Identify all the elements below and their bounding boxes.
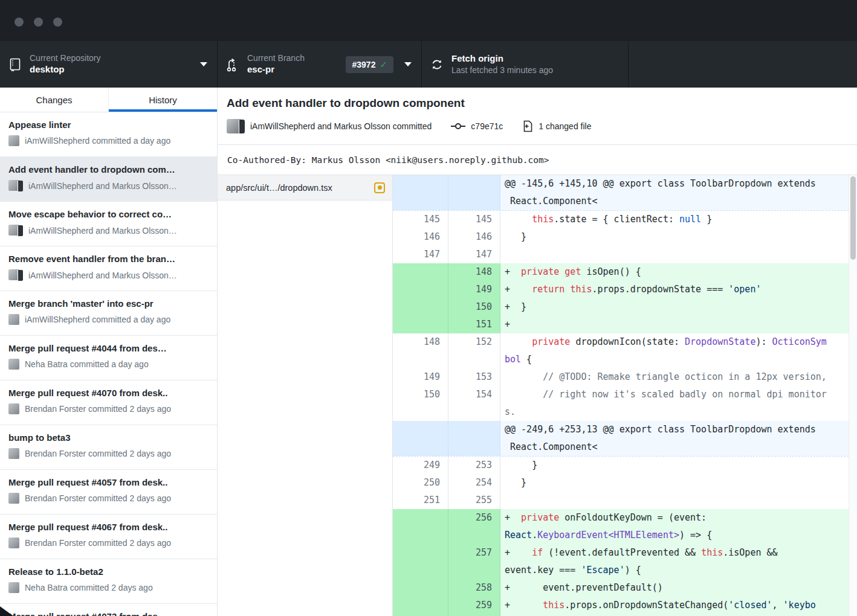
old-line-number [393,597,448,616]
minimize-window-button[interactable] [34,18,43,27]
new-line-number: 258 [448,579,500,597]
current-repository-button[interactable]: Current Repository desktop [0,41,218,88]
diff-line-code: // right now it's scaled badly on normal… [500,386,849,421]
old-line-number: 150 [393,386,448,421]
new-line-number: 257 [448,544,500,579]
old-line-number [393,509,448,544]
commit-list-item[interactable]: Remove event handler from the bran…iAmWi… [0,246,217,291]
commit-item-title: Merge pull request #4073 from des… [8,611,209,616]
diff-line-code: // @TODO: Remake triangle octicon in a 1… [500,368,849,386]
commit-author-avatar [8,582,19,593]
diff-added-line: 151+ [393,316,849,333]
sidebar-tabs: ChangesHistory [0,88,217,112]
new-line-number [448,175,500,210]
git-commit-icon [451,121,465,131]
diff-context-line: 145145 this.state = { clientRect: null } [393,211,849,228]
commit-list-item[interactable]: Merge pull request #4073 from des… [0,604,217,616]
zoom-window-button[interactable] [53,18,62,27]
old-line-number: 147 [393,246,448,263]
diff-line-code: + } [500,298,849,316]
pull-request-status-badge[interactable]: #3972 ✓ [346,56,393,73]
current-branch-label: Current Branch [247,53,305,64]
new-line-number: 150 [448,298,500,316]
new-line-number: 254 [448,474,500,492]
old-line-number: 249 [393,457,448,474]
commit-item-title: Merge branch 'master' into esc-pr [8,298,209,309]
diff-scrollbar-thumb[interactable] [850,176,856,260]
diff-line-code: } [500,228,849,246]
new-line-number: 152 [448,333,500,368]
commit-list-item[interactable]: Merge pull request #4070 from desk..Bren… [0,380,217,425]
commit-authors-text: iAmWillShepherd and Markus Olsson commit… [250,121,432,131]
tab-changes[interactable]: Changes [0,88,109,112]
close-window-button[interactable] [15,18,24,27]
commit-list-item[interactable]: Merge branch 'master' into esc-priAmWill… [0,291,217,336]
commit-list-item[interactable]: Appease linteriAmWillShepherd committed … [0,112,217,157]
new-line-number: 154 [448,386,500,421]
new-line-number: 151 [448,316,500,333]
commit-message-body: Co-Authored-By: Markus Olsson <niik@user… [218,145,857,175]
diff-context-line: 147147 [393,246,849,263]
commit-title: Add event handler to dropdown component [227,97,847,110]
commit-list-item[interactable]: Merge pull request #4044 from des…Neha B… [0,336,217,380]
diff-scrollbar-track[interactable] [849,175,857,616]
new-line-number: 149 [448,281,500,298]
new-line-number: 259 [448,597,500,616]
commit-author-avatar [8,537,19,548]
commit-list-item[interactable]: Release to 1.1.0-beta2Neha Batra committ… [0,559,217,604]
new-line-number: 256 [448,509,500,544]
commit-list-item[interactable]: Merge pull request #4057 from desk..Bren… [0,470,217,515]
current-repository-label: Current Repository [30,53,101,64]
diff-added-line: 257+ if (!event.defaultPrevented && this… [393,544,849,579]
current-branch-button[interactable]: Current Branch esc-pr #3972 ✓ [218,41,422,88]
commit-item-title: bump to beta3 [8,432,209,443]
old-line-number [393,263,448,281]
tab-label: Changes [36,95,72,105]
diff-hunk-header: @@ -249,6 +253,13 @@ export class Toolba… [393,421,849,457]
old-line-number [393,316,448,333]
commit-author-avatar [8,403,19,414]
diff-added-line: 150+ } [393,298,849,316]
commit-author-avatar [8,493,19,504]
diff-line-code: + private onFoldoutKeyDown = (event: Rea… [500,509,849,544]
commit-item-title: Merge pull request #4070 from desk.. [8,388,209,398]
commit-item-meta: Brendan Forster committed 2 days ago [25,449,171,458]
changed-files-count: 1 changed file [538,121,591,131]
commit-history-list: Appease linteriAmWillShepherd committed … [0,112,217,616]
ci-check-icon: ✓ [380,59,387,70]
window-corner-artifact [0,606,13,616]
commit-item-meta: iAmWillShepherd committed a day ago [25,136,170,146]
fetch-origin-button[interactable]: Fetch origin Last fetched 3 minutes ago [422,41,629,88]
diff-added-line: 148+ private get isOpen() { [393,263,849,281]
diff-context-line: 250254 } [393,474,849,492]
commit-author-avatar [8,359,19,370]
diff-line-code: @@ -249,6 +253,13 @@ export class Toolba… [500,421,849,456]
tab-history[interactable]: History [109,88,217,112]
commit-item-title: Release to 1.1.0-beta2 [8,566,209,577]
old-line-number: 148 [393,333,448,368]
diff-context-line: 149153 // @TODO: Remake triangle octicon… [393,368,849,386]
commit-list-item[interactable]: Move escape behavior to correct co…iAmWi… [0,202,217,246]
new-line-number: 153 [448,368,500,386]
commit-item-title: Remove event handler from the bran… [8,254,209,264]
diff-line-code: private dropdownIcon(state: DropdownStat… [500,333,849,368]
commit-item-meta: Brendan Forster committed 2 days ago [25,538,171,548]
diff-line-code: } [500,474,849,492]
commit-item-title: Merge pull request #4067 from desk.. [8,522,209,532]
commit-list-item[interactable]: bump to beta3Brendan Forster committed 2… [0,425,217,470]
commit-item-title: Merge pull request #4057 from desk.. [8,477,209,487]
file-list-item[interactable]: app/src/ui/t…/dropdown.tsx [218,175,392,201]
new-line-number: 145 [448,211,500,228]
diff-context-line: 150154 // right now it's scaled badly on… [393,386,849,421]
commit-list-item[interactable]: Add event handler to dropdown com…iAmWil… [0,157,217,202]
sync-refresh-icon [430,57,444,72]
old-line-number [393,579,448,597]
commit-author-avatar [8,180,23,191]
author-avatar-stack [227,119,245,133]
commit-author-avatar [8,135,19,146]
diff-line-code [500,246,849,263]
diff-line-code: + this.props.onDropdownStateChanged('clo… [500,597,849,616]
diff-added-line: 149+ return this.props.dropdownState ===… [393,281,849,298]
old-line-number [393,298,448,316]
commit-list-item[interactable]: Merge pull request #4067 from desk..Bren… [0,515,217,559]
